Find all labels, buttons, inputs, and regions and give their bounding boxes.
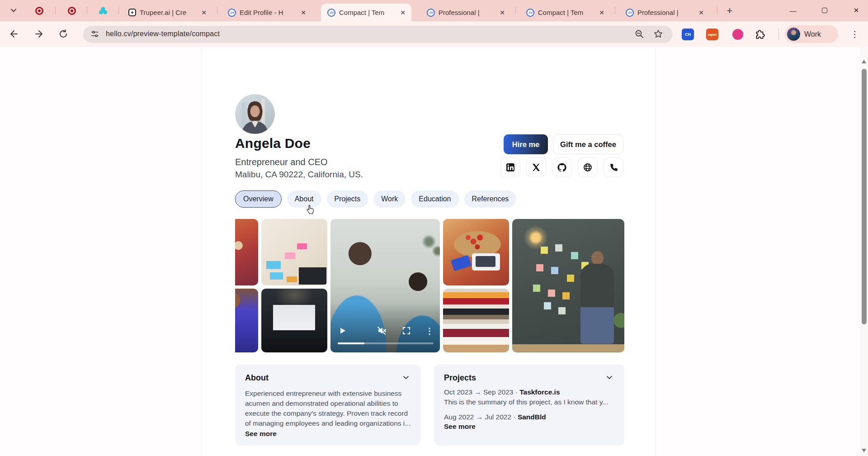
cv-favicon: .cv [327,9,335,17]
person-body [580,264,614,344]
projects-see-more-link[interactable]: See more [444,423,476,431]
website-globe-icon[interactable] [578,157,598,177]
cv-favicon: .cv [228,9,236,17]
url-text[interactable]: hello.cv/preview-template/compact [106,30,220,38]
x-twitter-icon[interactable] [526,157,546,177]
new-tab-button[interactable]: + [723,5,736,17]
gallery-image-blue-hat[interactable] [235,289,258,352]
tab-references[interactable]: References [464,190,517,208]
project-dates: Oct 2023 → Sep 2023 [444,388,513,396]
tab-trupeer[interactable]: + Trupeer.ai | Cre ✕ [122,4,212,21]
github-icon[interactable] [552,157,572,177]
profile-headline: Entrepreneur and CEO [235,157,328,167]
video-muted-icon[interactable] [376,325,387,337]
extension-blue-icon[interactable]: CH [682,28,694,40]
project-dot: · [515,388,518,396]
tab-close-icon[interactable]: ✕ [200,9,208,17]
gallery-image-sticky-wall[interactable] [512,219,624,352]
tab-close-icon[interactable]: ✕ [697,9,705,17]
about-collapse-chevron-icon[interactable] [401,373,411,383]
tab-close-icon[interactable]: ✕ [598,9,606,17]
gallery-track: ⋮ [235,219,624,352]
project-name-link[interactable]: Taskforce.is [519,388,560,396]
browser-toolbar: hello.cv/preview-template/compact CH zap… [0,21,868,47]
phone-icon[interactable] [604,157,623,177]
project-entry-2: Aug 2022 → Jul 2022 · SandBld [444,413,614,421]
tab-separator [55,7,56,14]
gallery-image-books-stack[interactable] [443,289,509,352]
tab-separator [118,7,119,14]
gift-coffee-button[interactable]: Gift me a coffee [553,134,623,154]
profile-name: Angela Doe [235,136,311,151]
extensions-puzzle-icon[interactable] [753,28,767,41]
scrollbar-down-arrow-icon[interactable] [862,449,866,452]
portrait-image [235,94,275,134]
tab-separator [87,7,87,14]
tab-title: Edit Profile - H [240,9,299,16]
tab-professional-1[interactable]: .cv Professional | ✕ [420,4,511,21]
window-minimize-button[interactable]: — [783,0,803,21]
chevron-down-icon [10,7,17,14]
browser-profile-button[interactable]: Work [785,25,838,43]
tab-separator [515,7,516,14]
video-progress-bar[interactable] [338,342,434,344]
video-fullscreen-icon[interactable] [401,325,412,337]
profile-photo[interactable] [235,94,275,134]
project-entry-1: Oct 2023 → Sep 2023 · Taskforce.is [444,388,614,396]
projects-collapse-chevron-icon[interactable] [604,373,614,383]
gallery-image-card-payment[interactable] [443,219,509,285]
video-progress-fill [338,342,364,344]
tab-work[interactable]: Work [373,190,406,208]
gallery-image-gift-wrapping[interactable] [235,219,258,285]
scrollbar-up-arrow-icon[interactable] [862,60,866,63]
tab-close-icon[interactable]: ✕ [299,9,307,17]
project-name-link[interactable]: SandBld [518,413,546,421]
video-more-options-icon[interactable]: ⋮ [424,325,435,337]
tab-separator [717,7,717,14]
hire-me-button[interactable]: Hire me [504,134,548,154]
gallery-image-presentation[interactable] [261,289,327,352]
record-icon [68,7,76,15]
address-bar[interactable]: hello.cv/preview-template/compact [83,26,673,43]
page-scrollbar[interactable] [860,47,868,456]
tab-close-icon[interactable]: ✕ [498,9,506,17]
tab-projects[interactable]: Projects [327,190,368,208]
tab-close-icon[interactable]: ✕ [399,9,407,17]
tab-education[interactable]: Education [411,190,458,208]
zoom-indicator-icon[interactable] [634,29,645,40]
tab-professional-2[interactable]: .cv Professional | ✕ [619,4,710,21]
tab-overview[interactable]: Overview [235,190,282,208]
profile-avatar [787,28,800,41]
tab-compact-active[interactable]: .cv Compact | Tem ✕ [321,4,411,21]
linkedin-icon[interactable] [500,157,520,177]
project-dot: · [513,413,515,421]
profile-page-content: Angela Doe Entrepreneur and CEO Malibu, … [201,47,656,456]
about-card: About Experienced entrepreneur with exte… [235,364,421,446]
scrollbar-thumb[interactable] [862,69,867,324]
forward-button[interactable] [31,26,47,43]
tab-separator [615,7,615,14]
tab-edit-profile[interactable]: .cv Edit Profile - H ✕ [222,4,312,21]
back-button[interactable] [5,26,22,43]
zapier-extension-icon[interactable]: zapier [706,28,718,40]
tab-search-button[interactable] [7,5,20,17]
pinned-tab-record-2[interactable] [68,6,77,15]
video-play-icon[interactable] [337,325,349,337]
extension-pink-dot-icon[interactable] [732,29,743,40]
gallery-video[interactable]: ⋮ [330,219,440,352]
about-see-more-link[interactable]: See more [245,430,277,438]
window-close-button[interactable]: ✕ [846,0,866,21]
window-restore-button[interactable] [815,0,835,21]
cv-favicon: .cv [526,9,534,17]
tab-title: Compact | Tem [339,9,399,16]
pinned-tab-record-1[interactable] [35,6,44,15]
site-info-icon[interactable] [90,29,100,40]
tab-compact-2[interactable]: .cv Compact | Tem ✕ [520,4,610,21]
reload-icon [58,29,68,39]
tab-about[interactable]: About [287,190,321,208]
reload-button[interactable] [55,26,71,43]
browser-menu-icon[interactable]: ⋮ [848,27,862,41]
pinned-tab-teal[interactable] [99,6,108,15]
bookmark-star-icon[interactable] [653,29,664,40]
gallery-image-team-planning[interactable] [261,219,327,285]
